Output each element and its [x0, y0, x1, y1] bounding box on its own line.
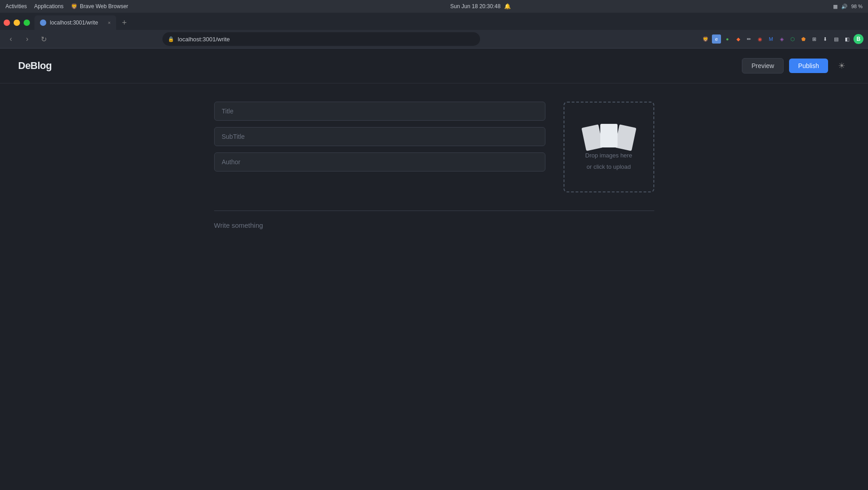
title-input[interactable]: [214, 102, 545, 121]
ext-icon-7[interactable]: M: [766, 34, 775, 44]
preview-button[interactable]: Preview: [742, 58, 784, 74]
activities-label[interactable]: Activities: [5, 3, 27, 10]
upload-secondary-text: or click to upload: [587, 163, 631, 170]
publish-button[interactable]: Publish: [789, 59, 828, 73]
ext-icon-2[interactable]: e: [712, 34, 721, 44]
ext-icon-9[interactable]: ⬡: [788, 34, 797, 44]
window-maximize-button[interactable]: [24, 20, 30, 26]
page-icon-right: [614, 124, 636, 151]
forward-button[interactable]: ›: [21, 33, 34, 45]
os-bar-left: Activities Applications 🦁 Brave Web Brow…: [5, 3, 128, 10]
header-actions: Preview Publish ☀: [742, 58, 850, 74]
os-bar-center: Sun Jun 18 20:30:48 🔔: [450, 3, 511, 10]
tab-title: localhost:3001/write: [50, 20, 98, 26]
datetime-label: Sun Jun 18 20:30:48: [450, 3, 500, 10]
window-controls: [4, 20, 30, 26]
os-topbar: Activities Applications 🦁 Brave Web Brow…: [0, 0, 868, 13]
lock-icon: 🔒: [168, 36, 174, 42]
sidebar-icon[interactable]: ▤: [832, 34, 841, 44]
image-upload-area[interactable]: Drop images here or click to upload: [564, 102, 654, 192]
address-bar[interactable]: 🔒 localhost:3001/write: [162, 32, 480, 46]
volume-icon: 🔊: [841, 4, 848, 10]
ext-icon-1[interactable]: 🦁: [701, 34, 710, 44]
wallet-icon[interactable]: ◧: [843, 34, 852, 44]
ext-icon-10[interactable]: ⬟: [799, 34, 808, 44]
window-minimize-button[interactable]: [14, 20, 20, 26]
tab-close-button[interactable]: ×: [108, 20, 111, 25]
write-area-wrapper: [196, 211, 672, 313]
browser-chrome: localhost:3001/write × + ‹ › ↻ 🔒 localho…: [0, 13, 868, 49]
form-section: [214, 102, 545, 192]
ext-icon-11[interactable]: ⊞: [810, 34, 819, 44]
ext-icon-6[interactable]: ◉: [755, 34, 765, 44]
system-icons: ▦ 🔊 98 %: [833, 4, 863, 10]
theme-toggle-button[interactable]: ☀: [834, 58, 850, 74]
back-button[interactable]: ‹: [5, 33, 17, 45]
write-container: Drop images here or click to upload: [196, 102, 672, 192]
profile-icon[interactable]: B: [853, 34, 863, 44]
author-input[interactable]: [214, 152, 545, 172]
battery-label: 98 %: [851, 4, 863, 9]
tab-favicon: [40, 20, 46, 26]
wifi-icon: ▦: [833, 4, 838, 10]
ext-icon-3[interactable]: ●: [723, 34, 732, 44]
address-text: localhost:3001/write: [178, 36, 475, 43]
notification-bell-icon: 🔔: [504, 3, 511, 10]
app-logo: DeBlog: [18, 60, 52, 72]
subtitle-input[interactable]: [214, 127, 545, 146]
page-icon-center: [600, 124, 618, 147]
upload-primary-text: Drop images here: [585, 152, 632, 159]
section-divider: [214, 211, 654, 211]
app-header: DeBlog Preview Publish ☀: [0, 49, 868, 83]
address-bar-row: ‹ › ↻ 🔒 localhost:3001/write 🦁 e ● ◆ ✏ ◉…: [0, 30, 868, 48]
write-textarea[interactable]: [214, 220, 654, 311]
tab-bar: localhost:3001/write × +: [0, 13, 868, 30]
reload-button[interactable]: ↻: [37, 33, 50, 45]
browser-name-label: 🦁 Brave Web Browser: [71, 3, 128, 10]
upload-images-icon: [587, 124, 631, 147]
ext-icon-8[interactable]: ◈: [777, 34, 786, 44]
download-icon[interactable]: ⬇: [821, 34, 830, 44]
new-tab-button[interactable]: +: [118, 16, 131, 29]
window-close-button[interactable]: [4, 20, 10, 26]
ext-icon-5[interactable]: ✏: [745, 34, 754, 44]
browser-extensions: 🦁 e ● ◆ ✏ ◉ M ◈ ⬡ ⬟ ⊞ ⬇ ▤ ◧ B: [701, 34, 863, 44]
applications-label[interactable]: Applications: [34, 3, 64, 10]
os-bar-right: ▦ 🔊 98 %: [833, 4, 863, 10]
brave-icon: 🦁: [71, 3, 78, 10]
ext-icon-4[interactable]: ◆: [734, 34, 743, 44]
active-tab[interactable]: localhost:3001/write ×: [34, 15, 116, 30]
